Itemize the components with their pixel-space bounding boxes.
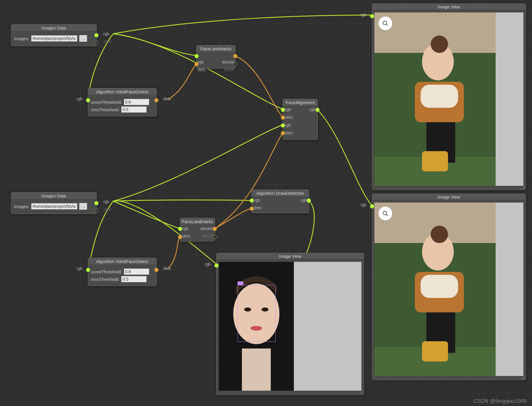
- node-image-view-1[interactable]: Image View rgb: [372, 3, 526, 190]
- magnify-button[interactable]: [378, 207, 392, 220]
- browse-button[interactable]: ...: [79, 203, 87, 210]
- svg-point-16: [431, 226, 448, 243]
- node-images-data-2[interactable]: Images Data images: ... rgb rgbs: [11, 192, 97, 214]
- port-in-dets1[interactable]: [281, 116, 285, 120]
- detection-score: [238, 281, 243, 285]
- port-label-rgbs: rgbs: [104, 207, 111, 212]
- port-label-dets: dets: [254, 205, 262, 210]
- port-in-rgb[interactable]: [195, 54, 199, 58]
- node-yolo-2[interactable]: Algorithm Yolo8FaceDetect scoreThreshold…: [88, 258, 157, 286]
- score-input[interactable]: [124, 99, 149, 105]
- port-out-dets5[interactable]: [233, 62, 237, 66]
- node-title: Images Data: [11, 192, 96, 199]
- port-out-dets[interactable]: [154, 268, 158, 272]
- svg-rect-6: [421, 85, 458, 108]
- port-in-rgb[interactable]: [86, 268, 90, 272]
- port-label-rgb: rgb: [361, 203, 366, 207]
- port-label-dets68: dets68: [222, 60, 234, 64]
- images-path-input[interactable]: [31, 203, 77, 210]
- image-canvas: [374, 12, 523, 186]
- svg-rect-20: [422, 341, 448, 361]
- port-label-dets: dets: [198, 67, 205, 72]
- port-out-rgb[interactable]: [307, 199, 311, 203]
- port-out-dets68[interactable]: [213, 227, 217, 231]
- search-icon: [382, 20, 389, 27]
- preview-image: [374, 203, 523, 376]
- port-out-dets[interactable]: [154, 98, 158, 102]
- port-in-dets[interactable]: [178, 235, 182, 239]
- port-label-dets68: dets68: [200, 226, 212, 231]
- port-in-rgb[interactable]: [86, 98, 90, 102]
- image-canvas: [219, 262, 361, 391]
- node-title: FaceLandmarks: [180, 218, 215, 225]
- resize-handle[interactable]: [521, 185, 524, 189]
- port-out-rgb[interactable]: [94, 33, 98, 37]
- node-yolo-1[interactable]: Algorithm Yolo8FaceDetect scoreThreshold…: [88, 88, 157, 116]
- resize-handle[interactable]: [521, 375, 524, 379]
- port-in-rgb[interactable]: [250, 199, 254, 203]
- port-out-rgb[interactable]: [316, 108, 320, 112]
- port-label-dets: dets: [163, 97, 171, 101]
- node-title: Algorithm DrawDetection: [252, 190, 309, 197]
- node-image-view-2[interactable]: Image View rgb: [372, 194, 526, 380]
- port-in-rgb2[interactable]: [281, 123, 285, 127]
- port-in-dets[interactable]: [250, 207, 254, 211]
- port-out-dets68[interactable]: [233, 54, 237, 58]
- port-in-dets2[interactable]: [281, 131, 285, 135]
- svg-point-4: [431, 36, 448, 53]
- node-title: Images Data: [11, 25, 96, 31]
- detection-bbox: [238, 285, 276, 342]
- node-images-data-1[interactable]: Images Data images: ... rgb rgbs: [11, 24, 97, 46]
- port-in-rgb1[interactable]: [281, 108, 285, 112]
- port-label-rgb2: rgb: [285, 123, 291, 127]
- node-title: Image View: [216, 253, 364, 259]
- svg-rect-29: [242, 348, 271, 391]
- node-alignment[interactable]: FaceAlignment rgb dets rgb dets rgb: [283, 99, 318, 140]
- score-label: scoreThreshold:: [91, 269, 122, 274]
- port-label-rgbs: rgbs: [104, 39, 111, 44]
- port-in-rgb[interactable]: [178, 227, 182, 231]
- node-title: Algorithm Yolo8FaceDetect: [88, 88, 156, 95]
- svg-line-11: [386, 24, 388, 26]
- search-icon: [382, 210, 389, 217]
- port-in-rgb[interactable]: [370, 14, 374, 18]
- score-input[interactable]: [124, 268, 149, 275]
- port-in-rgb[interactable]: [370, 204, 374, 208]
- svg-line-23: [386, 214, 388, 216]
- port-label-dets2: dets: [285, 131, 293, 135]
- svg-rect-18: [421, 275, 458, 298]
- node-landmarks-2[interactable]: FaceLandmarks rgb dets dets68 dets5: [180, 218, 215, 242]
- port-label-rgb: rgb: [76, 266, 82, 271]
- port-label-dets: dets: [163, 266, 171, 271]
- svg-point-22: [383, 211, 387, 215]
- images-path-input[interactable]: [31, 35, 77, 42]
- port-label-rgb: rgb: [103, 31, 109, 36]
- port-out-rgb[interactable]: [94, 201, 98, 205]
- port-label-dets1: dets: [285, 115, 293, 120]
- watermark: CSDN @fengqiao1999: [474, 398, 527, 404]
- resize-handle[interactable]: [359, 390, 363, 394]
- node-image-view-3[interactable]: Image View rgb: [216, 253, 364, 395]
- node-title: FaceAlignment: [283, 99, 318, 106]
- port-label-rgb: rgb: [254, 198, 260, 203]
- port-label-dets5: dets5: [224, 67, 234, 72]
- port-label-rgb: rgb: [205, 262, 211, 266]
- node-title: Image View: [372, 4, 526, 10]
- node-title: Algorithm Yolo8FaceDetect: [88, 258, 156, 265]
- port-label-rgb: rgb: [198, 60, 204, 64]
- nms-input[interactable]: [121, 106, 147, 113]
- port-label-rgb: rgb: [103, 199, 109, 204]
- node-landmarks-1[interactable]: FaceLandmarks rgb dets dets68 dets5: [196, 45, 236, 69]
- nms-input[interactable]: [121, 276, 147, 282]
- browse-button[interactable]: ...: [79, 35, 87, 42]
- port-in-dets[interactable]: [195, 62, 199, 66]
- port-label-dets5: dets5: [203, 234, 212, 238]
- port-out-rgbs[interactable]: [94, 209, 98, 213]
- port-out-rgbs[interactable]: [94, 41, 98, 45]
- images-label: images:: [14, 204, 29, 209]
- magnify-button[interactable]: [378, 16, 392, 30]
- port-in-rgb[interactable]: [214, 264, 219, 268]
- port-out-dets5[interactable]: [213, 235, 217, 239]
- port-label-out-rgb: rgb: [309, 107, 315, 112]
- node-drawdetection[interactable]: Algorithm DrawDetection rgb dets rgb: [251, 190, 309, 213]
